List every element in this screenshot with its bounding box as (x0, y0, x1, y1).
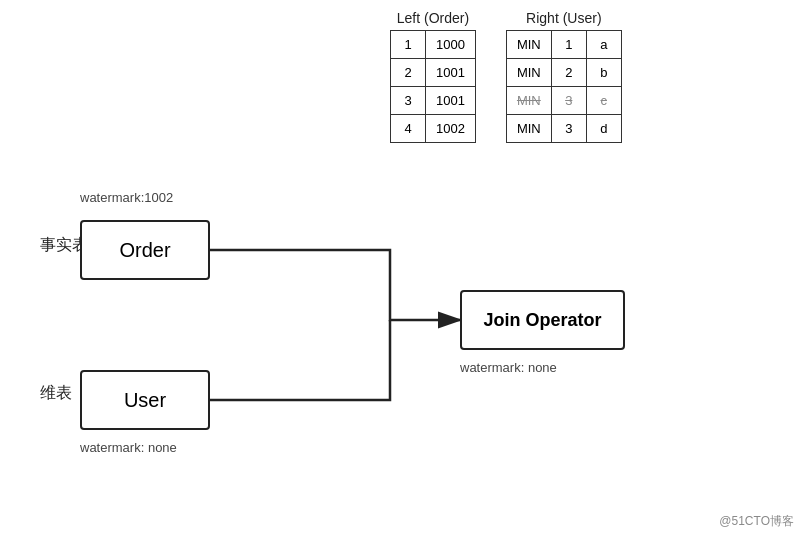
join-operator-label: Join Operator (483, 310, 601, 331)
table-row: MIN 3 d (506, 115, 621, 143)
left-table-label: Left (Order) (390, 10, 476, 26)
cell: 1 (551, 31, 586, 59)
user-box: User (80, 370, 210, 430)
cell: c (586, 87, 621, 115)
cell: b (586, 59, 621, 87)
table-row: 3 1001 (391, 87, 476, 115)
cell: 1002 (426, 115, 476, 143)
order-label: Order (119, 239, 170, 262)
left-table: 1 1000 2 1001 3 1001 4 1002 (390, 30, 476, 143)
cell: 3 (551, 115, 586, 143)
table-row: 2 1001 (391, 59, 476, 87)
right-table-label: Right (User) (506, 10, 622, 26)
right-table: MIN 1 a MIN 2 b MIN 3 c MI (506, 30, 622, 143)
cell: d (586, 115, 621, 143)
dimension-table-label: 维表 (40, 383, 72, 404)
table-row: MIN 3 c (506, 87, 621, 115)
join-operator-box: Join Operator (460, 290, 625, 350)
cell: 3 (551, 87, 586, 115)
cell: 2 (391, 59, 426, 87)
main-container: Left (Order) 1 1000 2 1001 3 1001 (0, 0, 804, 540)
cell: 1000 (426, 31, 476, 59)
cell: MIN (506, 115, 551, 143)
cell: 1001 (426, 87, 476, 115)
cell: 4 (391, 115, 426, 143)
cell: 3 (391, 87, 426, 115)
order-box: Order (80, 220, 210, 280)
cell: MIN (506, 31, 551, 59)
user-label: User (124, 389, 166, 412)
join-watermark: watermark: none (460, 360, 557, 375)
user-watermark: watermark: none (80, 440, 177, 455)
site-watermark: @51CTO博客 (719, 513, 794, 530)
table-row: MIN 2 b (506, 59, 621, 87)
cell: 2 (551, 59, 586, 87)
cell: 1001 (426, 59, 476, 87)
cell: MIN (506, 87, 551, 115)
table-row: 4 1002 (391, 115, 476, 143)
right-table-container: Right (User) MIN 1 a MIN 2 b MIN (506, 10, 622, 143)
cell: a (586, 31, 621, 59)
cell: 1 (391, 31, 426, 59)
table-row: MIN 1 a (506, 31, 621, 59)
tables-area: Left (Order) 1 1000 2 1001 3 1001 (390, 10, 622, 143)
cell: MIN (506, 59, 551, 87)
table-row: 1 1000 (391, 31, 476, 59)
left-table-container: Left (Order) 1 1000 2 1001 3 1001 (390, 10, 476, 143)
order-watermark: watermark:1002 (80, 190, 173, 205)
